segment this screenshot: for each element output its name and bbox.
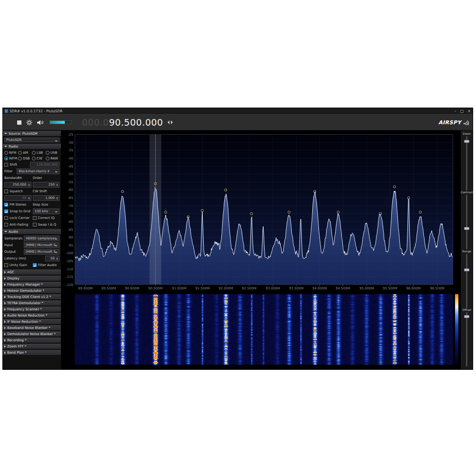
source-device-dropdown[interactable]: PlutoSDR [4, 138, 60, 142]
radio-button-icon [32, 157, 36, 160]
mode-label: DSB [23, 157, 30, 160]
offset-slider[interactable] [466, 312, 467, 367]
unity-gain-toggle[interactable]: Unity Gain [4, 263, 31, 267]
panel-title: Tracking DDE Client v1.2 * [7, 295, 51, 299]
mode-lsb[interactable]: LSB [32, 151, 46, 155]
mode-am[interactable]: AM [18, 151, 32, 155]
panel-display[interactable]: Display [3, 276, 61, 281]
radio-button-icon [4, 157, 8, 160]
order-input[interactable]: 250 [33, 182, 60, 188]
shift-toggle[interactable]: Shift [4, 163, 17, 167]
offset-label: Offset [462, 308, 471, 311]
swap-iq-checkbox[interactable] [33, 223, 37, 227]
panel-agc[interactable]: AGC [3, 269, 61, 275]
panel-title: Meteor Demodulator * [7, 289, 44, 293]
expand-arrow-icon [4, 327, 6, 329]
waterfall-display[interactable] [61, 294, 460, 365]
range-slider[interactable] [466, 254, 467, 308]
panel-title: IF Noise Reduction * [7, 320, 41, 324]
settings-gear-icon[interactable] [26, 119, 32, 126]
mode-raw[interactable]: RAW [46, 157, 60, 160]
stop-button[interactable] [17, 120, 21, 125]
expand-arrow-icon [4, 314, 6, 317]
step-down-icon[interactable] [168, 120, 169, 124]
latency-input[interactable]: 50 [45, 256, 60, 261]
spectrum-display[interactable] [61, 131, 460, 291]
expand-arrow-icon [4, 283, 6, 286]
mode-dsb[interactable]: DSB [18, 157, 32, 160]
panel-tracking-dde-client-v1-2[interactable]: Tracking DDE Client v1.2 * [3, 294, 61, 300]
menu-icon[interactable] [7, 120, 12, 125]
swap-iq-toggle[interactable]: Swap I & Q [33, 223, 60, 227]
titlebar[interactable]: SDR# v1.0.0.1732 - PlutoSDR – □ × [3, 108, 473, 114]
mode-nfm[interactable]: NFM [4, 151, 18, 155]
expand-arrow-icon [4, 302, 6, 305]
lock-carrier-checkbox[interactable] [4, 216, 8, 220]
range-slider-thumb[interactable] [464, 268, 469, 271]
filter-audio-checkbox[interactable] [33, 263, 37, 267]
panel-recording[interactable]: Recording * [3, 337, 61, 343]
audio-input-dropdown[interactable]: [MME] Microsoft S [24, 242, 60, 248]
panel-title: Audio Noise Reduction * [7, 314, 47, 317]
panel-band-plan[interactable]: Band Plan * [3, 350, 61, 356]
expand-arrow-icon [4, 333, 6, 336]
zoom-slider-thumb[interactable] [464, 140, 469, 143]
shift-input[interactable]: -120,000,000 [30, 162, 60, 168]
source-panel-header[interactable]: Source: PlutoSDR [3, 131, 61, 137]
mode-wfm[interactable]: WFM [4, 157, 18, 160]
panel-if-noise-reduction[interactable]: IF Noise Reduction * [3, 319, 61, 325]
filter-dropdown[interactable]: Blackman-Harris 4 [17, 169, 60, 174]
snap-to-grid-toggle[interactable]: Snap to Grid [4, 209, 31, 213]
anti-fading-checkbox[interactable] [4, 223, 8, 227]
speaker-icon[interactable] [37, 120, 44, 125]
correct-iq-checkbox[interactable] [33, 216, 37, 220]
audio-panel-header[interactable]: Audio [3, 229, 61, 235]
panel-title: Recording * [7, 338, 27, 342]
cw-shift-input[interactable]: 1,000 [33, 195, 60, 201]
offset-slider-thumb[interactable] [464, 315, 469, 318]
panel-meteor-demodulator[interactable]: Meteor Demodulator * [3, 288, 61, 294]
radio-panel-header[interactable]: Radio [3, 144, 61, 149]
contrast-slider[interactable] [466, 195, 467, 249]
fm-stereo-checkbox[interactable] [4, 203, 8, 207]
contrast-slider-thumb[interactable] [464, 227, 469, 230]
frequency-display[interactable]: 000.090.500.000 [82, 117, 163, 128]
volume-slider[interactable] [50, 120, 71, 124]
panel-audio-noise-reduction[interactable]: Audio Noise Reduction * [3, 313, 61, 318]
audio-output-dropdown[interactable]: [MME] Microsoft S [24, 249, 60, 255]
fm-stereo-toggle[interactable]: FM Stereo [4, 203, 31, 207]
frequency-dim-digits: 000.0 [82, 117, 109, 128]
snap-checkbox[interactable] [4, 209, 8, 213]
panel-demodulator-noise-blanker[interactable]: Demodulator Noise Blanker * [3, 331, 61, 337]
demod-mode-grid: NFMAMLSBUSBWFMDSBCWRAW [4, 150, 60, 161]
lock-carrier-toggle[interactable]: Lock Carrier [4, 216, 31, 220]
stop-icon [17, 120, 21, 125]
latency-label: Latency (ms) [4, 257, 26, 260]
maximize-button[interactable]: □ [460, 109, 464, 113]
contrast-label: Contrast [461, 190, 473, 194]
samplerate-dropdown[interactable]: 48000 sample/sec [24, 236, 60, 241]
panel-frequency-manager[interactable]: Frequency Manager * [3, 282, 61, 288]
squelch-toggle[interactable]: Squelch [4, 189, 31, 193]
panel-zoom-fft[interactable]: Zoom FFT * [3, 344, 61, 349]
mode-cw[interactable]: CW [32, 157, 46, 160]
input-label: Input [4, 243, 22, 247]
shift-checkbox[interactable] [4, 163, 8, 167]
step-up-icon[interactable] [171, 120, 173, 124]
squelch-input[interactable]: 50 [4, 195, 31, 201]
squelch-checkbox[interactable] [4, 189, 8, 193]
zoom-slider[interactable] [466, 136, 467, 190]
panel-baseband-noise-blanker[interactable]: Baseband Noise Blanker * [3, 325, 61, 331]
bandwidth-input[interactable]: 250,000 [4, 182, 31, 188]
panel-frequency-scanner[interactable]: Frequency Scanner * [3, 307, 61, 312]
panel-tetra-demodulator[interactable]: TETRA Demodulator * [3, 300, 61, 306]
close-button[interactable]: × [467, 109, 471, 113]
anti-fading-toggle[interactable]: Anti-Fading [4, 223, 31, 227]
panel-title: Band Plan * [7, 351, 27, 355]
minimize-button[interactable]: – [455, 109, 456, 113]
unity-gain-checkbox[interactable] [4, 263, 8, 267]
mode-usb[interactable]: USB [46, 151, 60, 155]
correct-iq-toggle[interactable]: Correct IQ [33, 216, 60, 220]
step-size-dropdown[interactable]: 100 kHz [33, 208, 60, 214]
filter-audio-toggle[interactable]: Filter Audio [33, 263, 60, 267]
